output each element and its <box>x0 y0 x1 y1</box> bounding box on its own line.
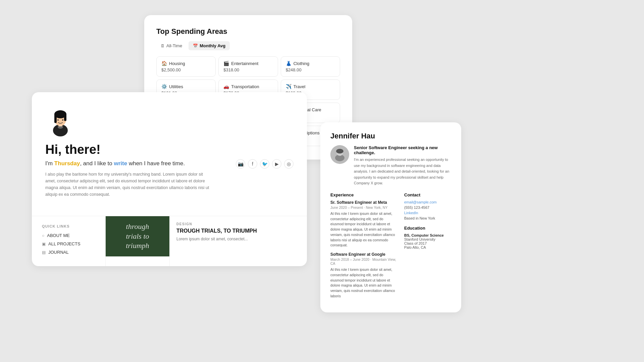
contact-phone: (555) 123-4567 <box>404 205 451 209</box>
job-2: Software Engineer at Google March 2018 –… <box>330 252 397 299</box>
spending-item-name: Clothing <box>293 61 310 66</box>
spending-item-icon: 🚗 <box>223 84 229 89</box>
name-highlight: Thursday <box>54 160 80 167</box>
spending-item: 🎬 Entertainment $318.00 <box>218 56 278 77</box>
blog-image: throughtrials totriumph <box>106 216 169 256</box>
edu-school: Stanford University <box>404 237 451 241</box>
spending-item: 🏠 Housing $2,500.00 <box>156 56 216 77</box>
spending-item: 👗 Clothing $248.00 <box>281 56 340 77</box>
spending-item-name: Travel <box>293 84 306 89</box>
svg-point-6 <box>57 119 59 121</box>
spending-item-name: Entertainment <box>231 61 258 66</box>
job1-desc: At this role I lorem ipsum dolor sit ame… <box>330 211 397 248</box>
blog-img-overlay: throughtrials totriumph <box>122 219 153 254</box>
experience-title: Experience <box>330 192 397 197</box>
job2-desc: At this role I lorem ipsum dolor sit ame… <box>330 267 397 299</box>
spending-item-header: ✈️ Travel <box>286 84 335 89</box>
spending-item-icon: 🏠 <box>161 61 167 66</box>
job2-meta: March 2018 – June 2020 · Mountain View, … <box>330 257 397 265</box>
spending-item-icon: ⚙️ <box>161 84 167 89</box>
job2-title: Software Engineer at Google <box>330 252 397 257</box>
spending-item-header: ⚙️ Utilities <box>161 84 211 89</box>
spending-item-amount: $318.00 <box>223 67 273 72</box>
contact-title: Contact <box>404 192 451 197</box>
contact-email: email@sample.com <box>404 200 451 204</box>
resume-avatar-svg <box>330 145 349 164</box>
spending-item-icon: ✈️ <box>286 84 291 89</box>
avatar <box>45 104 293 139</box>
greeting: Hi, there! <box>45 142 293 157</box>
alltime-icon: 🗓 <box>161 44 165 48</box>
about-icon: ○ <box>42 233 44 238</box>
monthlyavg-icon: 📅 <box>193 44 198 48</box>
personal-bottom: QUICK LINKS ○ ABOUT ME ▣ ALL PROJECTS ▤ … <box>32 216 307 266</box>
spending-item-header: 🎬 Entertainment <box>223 61 273 66</box>
spending-tabs: 🗓 All-Time 📅 Monthly Avg <box>156 41 340 50</box>
social-icons: 📷 f 🐦 ▶ ◎ <box>236 159 293 169</box>
tab-alltime[interactable]: 🗓 All-Time <box>156 41 186 50</box>
facebook-icon[interactable]: f <box>248 159 257 169</box>
resume-avatar <box>330 145 349 164</box>
intro-prefix: I'm <box>45 160 54 167</box>
spending-title: Top Spending Areas <box>156 27 340 36</box>
spending-item-name: Transportation <box>231 84 259 89</box>
edu-class: Class of 2017 <box>404 241 451 245</box>
spending-item-amount: $248.00 <box>286 67 335 72</box>
spending-item-header: 👗 Clothing <box>286 61 335 66</box>
spending-item-icon: 🎬 <box>223 61 229 66</box>
svg-point-8 <box>58 125 63 129</box>
spending-item-name: Housing <box>169 61 185 66</box>
spending-item-header: 🏠 Housing <box>161 61 211 66</box>
other-icon[interactable]: ◎ <box>284 159 293 169</box>
edu-degree: BS, Computer Science <box>404 233 451 237</box>
spending-item-header: 🚗 Transportation <box>223 84 273 89</box>
bio-text: I also play the baritone horn for my uni… <box>45 171 213 198</box>
blog-excerpt: Lorem ipsum dolor sit amet, consectet... <box>176 236 300 242</box>
svg-point-12 <box>336 149 343 154</box>
youtube-icon[interactable]: ▶ <box>272 159 281 169</box>
quick-links-title: QUICK LINKS <box>42 224 95 228</box>
edu-location: Palo Alto, CA <box>404 245 451 249</box>
spending-item-name: Utilities <box>169 84 183 89</box>
intro-middle: , and I like to <box>80 160 114 167</box>
personal-card: Hi, there! I'm Thursday, and I like to w… <box>32 92 307 266</box>
tab-monthlyavg-label: Monthly Avg <box>200 43 225 48</box>
contact-location: Based in New York <box>404 216 451 220</box>
spending-item-amount: $2,500.00 <box>161 67 211 72</box>
tab-alltime-label: All-Time <box>166 43 182 48</box>
job-1: Sr. Software Engineer at Meta June 2020 … <box>330 200 397 248</box>
resume-contact-edu: Contact email@sample.com (555) 123-4567 … <box>404 192 451 303</box>
quick-link-about[interactable]: ○ ABOUT ME <box>42 233 95 238</box>
resume-headline: Senior Software Engineer seeking a new c… <box>354 145 451 155</box>
contact-linkedin: LinkedIn <box>404 211 451 215</box>
spending-item-icon: 👗 <box>286 61 291 66</box>
edu-title: Education <box>404 226 451 231</box>
tab-monthlyavg[interactable]: 📅 Monthly Avg <box>189 41 230 50</box>
quick-link-about-label: ABOUT ME <box>47 233 70 238</box>
blog-tag: DESIGN <box>176 222 300 226</box>
svg-rect-5 <box>64 114 66 121</box>
twitter-icon[interactable]: 🐦 <box>260 159 269 169</box>
resume-top: Senior Software Engineer seeking a new c… <box>330 145 451 186</box>
blog-title: TROUGH TRIALS, TO TRIUMPH <box>176 228 300 234</box>
svg-point-7 <box>62 119 63 121</box>
quick-link-journal-label: JOURNAL <box>48 250 69 255</box>
quick-link-projects-label: ALL PROJECTS <box>48 241 80 246</box>
svg-rect-4 <box>54 114 57 123</box>
job1-title: Sr. Software Engineer at Meta <box>330 200 397 205</box>
intro-suffix: when I have free time. <box>127 160 185 167</box>
blog-content: DESIGN TROUGH TRIALS, TO TRIUMPH Lorem i… <box>169 216 307 266</box>
quick-link-journal[interactable]: ▤ JOURNAL <box>42 250 95 255</box>
instagram-icon[interactable]: 📷 <box>236 159 245 169</box>
resume-experience: Experience Sr. Software Engineer at Meta… <box>330 192 397 303</box>
projects-icon: ▣ <box>42 242 46 246</box>
quick-links: QUICK LINKS ○ ABOUT ME ▣ ALL PROJECTS ▤ … <box>32 216 106 266</box>
activity-highlight: write <box>114 160 127 167</box>
quick-link-projects[interactable]: ▣ ALL PROJECTS <box>42 241 95 246</box>
job1-meta: June 2020 – Present · New York, NY <box>330 205 397 209</box>
journal-icon: ▤ <box>42 250 46 255</box>
resume-headline-section: Senior Software Engineer seeking a new c… <box>354 145 451 186</box>
resume-card: Jennifer Hau Senior Software Engineer se… <box>320 122 461 312</box>
resume-columns: Experience Sr. Software Engineer at Meta… <box>330 192 451 303</box>
resume-summary: I'm an experienced professional seeking … <box>354 157 451 186</box>
